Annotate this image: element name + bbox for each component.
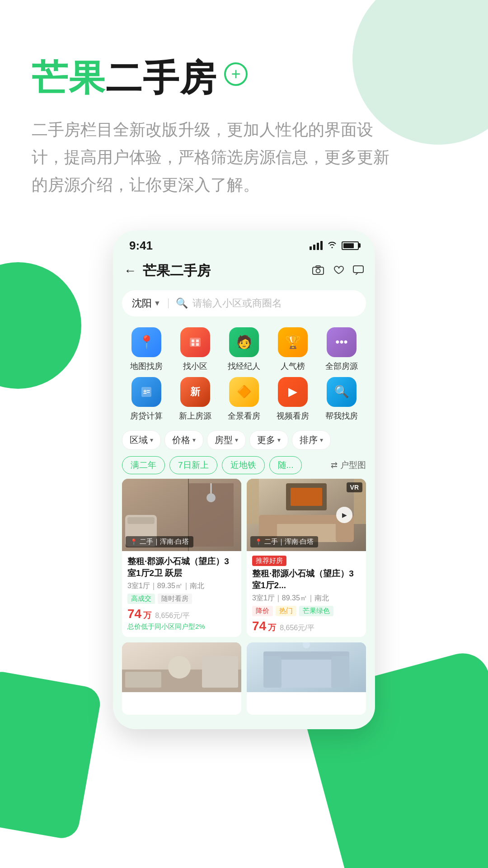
listing-price-2: 74 万 8,656元/平: [252, 619, 361, 633]
floor-plan-toggle[interactable]: ⇄ 户型图: [331, 459, 366, 471]
quick-item-calculator[interactable]: ± = 房贷计算: [122, 377, 171, 421]
quick-item-community[interactable]: 找小区: [171, 327, 220, 372]
quick-label-calculator: 房贷计算: [130, 410, 163, 421]
tag-new-7days[interactable]: 7日新上: [169, 456, 217, 474]
play-button-2[interactable]: ▶: [336, 507, 352, 523]
listing-card-1[interactable]: 📍 二手｜浑南·白塔 整租·郡源小石城（望庄）3室1厅2卫 跃层 3室1厅｜89…: [122, 479, 241, 637]
listing-card-4[interactable]: [247, 642, 366, 715]
recommended-badge-2: 推荐好房: [252, 556, 286, 566]
sort-arrow: ▾: [320, 436, 323, 443]
signal-icon: [310, 241, 323, 250]
filter-price[interactable]: 价格 ▾: [164, 430, 203, 450]
quick-item-all[interactable]: ••• 全部房源: [317, 327, 366, 372]
listing-tags-1: 高成交 随时看房: [127, 594, 236, 604]
quick-menu-row-1: 📍 地图找房: [122, 327, 366, 372]
listing-title-1: 整租·郡源小石城（望庄）3室1厅2卫 跃层: [127, 556, 236, 580]
listing-specs-1: 3室1厅｜89.35㎡｜南北: [127, 581, 236, 591]
svg-rect-34: [202, 656, 238, 688]
camera-icon[interactable]: [312, 263, 324, 278]
listing-card-2[interactable]: 📍 二手｜浑南·白塔 ▶ VR 推荐好房 整租·郡源小石城（望庄）3室1厅2..…: [247, 479, 366, 637]
find-icon-wrap: 🔍: [327, 377, 357, 407]
nav-bar: ← 芒果二手房: [113, 256, 375, 286]
listing-info-2: 推荐好房 整租·郡源小石城（望庄）3室1厅2... 3室1厅｜89.35㎡｜南北…: [247, 551, 366, 637]
plus-icon: +: [231, 66, 240, 82]
back-button[interactable]: ←: [124, 264, 136, 278]
panorama-icon-wrap: 🔶: [229, 377, 259, 407]
listing-info-1: 整租·郡源小石城（望庄）3室1厅2卫 跃层 3室1厅｜89.35㎡｜南北 高成交…: [122, 551, 241, 635]
type-arrow: ▾: [235, 436, 238, 443]
quick-menu-row-2: ± = 房贷计算 新 新上房源 🔶: [122, 377, 366, 421]
battery-icon: [342, 241, 359, 250]
agent-icon-wrap: 🧑: [229, 327, 259, 357]
quick-label-panorama: 全景看房: [228, 410, 260, 421]
quick-label-community: 找小区: [183, 361, 207, 372]
location-arrow: ▼: [154, 299, 161, 307]
listings-grid-row2: [113, 642, 375, 720]
quick-item-find[interactable]: 🔍 帮我找房: [317, 377, 366, 421]
wishlist-icon[interactable]: [333, 263, 344, 278]
quick-item-map[interactable]: 📍 地图找房: [122, 327, 171, 372]
svg-rect-6: [196, 340, 199, 342]
listing-img-1: 📍 二手｜浑南·白塔: [122, 479, 241, 551]
svg-point-1: [316, 269, 320, 273]
video-icon-wrap: ▶: [278, 377, 308, 407]
listing-location-tag-2: 📍 二手｜浑南·白塔: [250, 536, 318, 547]
tag-flexible[interactable]: 随...: [269, 456, 302, 474]
search-bar[interactable]: 沈阳 ▼ 🔍 请输入小区或商圈名: [122, 290, 366, 316]
listing-tag-hot: 热门: [276, 606, 296, 616]
svg-point-17: [206, 493, 216, 502]
area-arrow: ▾: [150, 436, 153, 443]
filter-bar: 区域 ▾ 价格 ▾ 房型 ▾ 更多 ▾ 排序 ▾: [113, 427, 375, 453]
listing-tags-2: 降价 热门 芒果绿色: [252, 606, 361, 616]
quick-item-agent[interactable]: 🧑 找经纪人: [220, 327, 268, 372]
quick-item-video[interactable]: ▶ 视频看房: [268, 377, 317, 421]
floor-plan-label: 户型图: [340, 459, 366, 471]
svg-rect-3: [353, 266, 363, 273]
status-icons: [310, 240, 359, 251]
svg-rect-28: [247, 479, 259, 524]
search-input[interactable]: 请输入小区或商圈名: [192, 297, 282, 310]
quick-item-popular[interactable]: 🏆 人气榜: [268, 327, 317, 372]
new-icon-wrap: 新: [180, 377, 210, 407]
quick-item-panorama[interactable]: 🔶 全景看房: [220, 377, 268, 421]
svg-rect-32: [125, 672, 161, 688]
quick-label-video: 视频看房: [277, 410, 309, 421]
phone-mockup: 9:41: [113, 231, 375, 729]
header-section: 芒果 二手房 + 二手房栏目全新改版升级，更加人性化的界面设计，提高用户体验，严…: [0, 0, 488, 217]
app-subtitle: 二手房栏目全新改版升级，更加人性化的界面设计，提高用户体验，严格筛选房源信息，更…: [32, 116, 402, 199]
message-icon[interactable]: [352, 263, 364, 278]
listing-tag-mango-green: 芒果绿色: [299, 606, 333, 616]
price-unit-2: 万: [268, 622, 276, 633]
quick-item-new[interactable]: 新 新上房源: [171, 377, 220, 421]
title-rest: 二手房: [106, 54, 217, 103]
tag-two-years[interactable]: 满二年: [122, 456, 165, 474]
svg-rect-5: [192, 340, 194, 342]
nav-right: [312, 263, 364, 278]
listing-tag-price-drop: 降价: [252, 606, 273, 616]
floor-plan-icon: ⇄: [331, 460, 338, 470]
filter-sort[interactable]: 排序 ▾: [292, 430, 331, 450]
svg-rect-25: [259, 515, 340, 524]
app-title: 芒果 二手房 +: [32, 54, 456, 103]
listing-tag-anytime: 随时看房: [158, 594, 192, 604]
svg-rect-19: [127, 517, 155, 524]
tag-metro[interactable]: 近地铁: [222, 456, 265, 474]
listing-tag-high-deal: 高成交: [127, 594, 155, 604]
filter-more[interactable]: 更多 ▾: [249, 430, 288, 450]
community-icon-wrap: [180, 327, 210, 357]
price-number-2: 74: [252, 619, 266, 633]
tags-bar: 满二年 7日新上 近地铁 随... ⇄ 户型图: [113, 453, 375, 479]
listings-grid: 📍 二手｜浑南·白塔 整租·郡源小石城（望庄）3室1厅2卫 跃层 3室1厅｜89…: [113, 479, 375, 637]
calculator-icon-wrap: ± =: [131, 377, 161, 407]
listing-img-2: 📍 二手｜浑南·白塔 ▶ VR: [247, 479, 366, 551]
listing-photo-3: [122, 642, 241, 692]
listing-card-3[interactable]: [122, 642, 241, 715]
search-location[interactable]: 沈阳 ▼: [132, 297, 161, 310]
quick-label-popular: 人气榜: [281, 361, 305, 372]
filter-type[interactable]: 房型 ▾: [207, 430, 246, 450]
add-button[interactable]: +: [224, 62, 248, 86]
filter-area[interactable]: 区域 ▾: [122, 430, 161, 450]
more-arrow: ▾: [277, 436, 281, 443]
quick-menu: 📍 地图找房: [113, 324, 375, 421]
quick-label-all: 全部房源: [325, 361, 358, 372]
